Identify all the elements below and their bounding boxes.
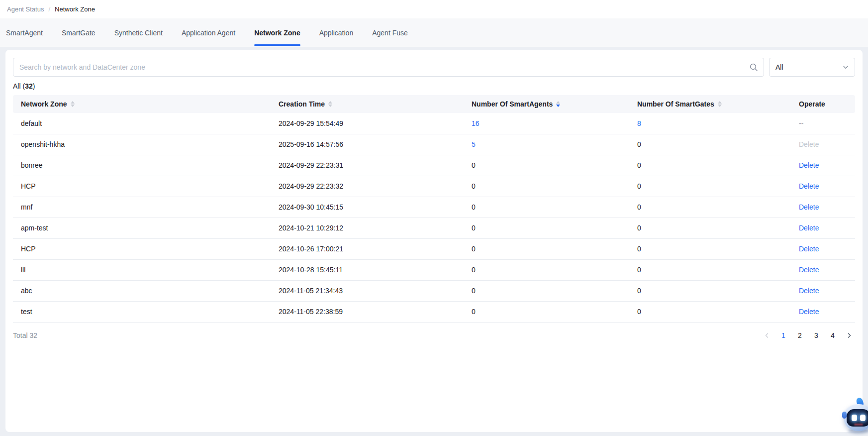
smartagents-count: 0: [472, 224, 476, 232]
creation-time-value: 2024-09-29 15:54:49: [279, 119, 343, 127]
delete-button[interactable]: Delete: [799, 245, 819, 253]
tab-label: Agent Fuse: [372, 29, 408, 37]
sort-desc-caret: [718, 105, 722, 107]
cell-operate: Delete: [791, 134, 855, 155]
table-row: default2024-09-29 15:54:49168--: [13, 113, 855, 134]
sort-desc-caret: [328, 105, 332, 107]
table-row: test2024-11-05 22:38:5900Delete: [13, 301, 855, 322]
cell-creation-time: 2024-11-05 21:34:43: [271, 280, 464, 301]
tab-network-zone[interactable]: Network Zone: [254, 18, 300, 47]
smartgates-count: 0: [637, 140, 641, 148]
column-header-network-zone[interactable]: Network Zone: [13, 95, 271, 113]
breadcrumb-separator: /: [48, 5, 50, 13]
delete-button[interactable]: Delete: [799, 224, 819, 232]
tab-smartgate[interactable]: SmartGate: [62, 18, 96, 47]
delete-button[interactable]: Delete: [799, 308, 819, 316]
column-header-operate: Operate: [791, 95, 855, 113]
summary-filter-all[interactable]: All (32): [13, 82, 35, 90]
cell-creation-time: 2024-10-21 10:29:12: [271, 218, 464, 238]
cell-operate: Delete: [791, 155, 855, 176]
tab-bar: SmartAgentSmartGateSynthetic ClientAppli…: [0, 18, 868, 47]
cell-smartagents: 0: [464, 155, 629, 176]
delete-button[interactable]: Delete: [799, 161, 819, 169]
column-label: Operate: [799, 100, 825, 108]
network-zone-value: bonree: [21, 161, 43, 169]
cell-creation-time: 2024-09-30 10:45:15: [271, 197, 464, 218]
table-row: openshit-hkha2025-09-16 14:57:5650Delete: [13, 134, 855, 155]
delete-button[interactable]: Delete: [799, 266, 819, 274]
page-list: 1234: [777, 329, 839, 341]
cell-smartgates: 0: [629, 197, 791, 218]
sort-icon[interactable]: [328, 101, 332, 107]
cell-network-zone: lll: [13, 259, 271, 280]
sort-icon[interactable]: [718, 101, 722, 107]
smartgates-count[interactable]: 8: [637, 119, 641, 127]
cell-smartgates: 0: [629, 134, 791, 155]
page-button-4[interactable]: 4: [827, 329, 839, 341]
network-zone-value: openshit-hkha: [21, 140, 65, 148]
cell-smartgates: 0: [629, 176, 791, 197]
column-label: Number Of SmartGates: [637, 100, 714, 108]
tab-application[interactable]: Application: [319, 18, 354, 47]
cell-network-zone: HCP: [13, 238, 271, 259]
page-button-3[interactable]: 3: [810, 329, 822, 341]
cell-smartagents: 0: [464, 238, 629, 259]
smartagents-count[interactable]: 16: [472, 119, 480, 127]
sort-icon[interactable]: [71, 101, 75, 107]
delete-button[interactable]: Delete: [799, 203, 819, 211]
summary-suffix: ): [33, 82, 35, 90]
creation-time-value: 2024-10-21 10:29:12: [279, 224, 343, 232]
cell-operate: Delete: [791, 197, 855, 218]
smartagents-count: 0: [472, 308, 476, 316]
sort-desc-caret: [71, 105, 75, 107]
delete-button[interactable]: Delete: [799, 287, 819, 295]
smartgates-count: 0: [637, 266, 641, 274]
smartgates-count: 0: [637, 161, 641, 169]
tab-agent-fuse[interactable]: Agent Fuse: [372, 18, 408, 47]
smartgates-count: 0: [637, 182, 641, 190]
table-row: mnf2024-09-30 10:45:1500Delete: [13, 197, 855, 218]
page-button-2[interactable]: 2: [794, 329, 806, 341]
tab-label: Network Zone: [254, 29, 300, 37]
cell-smartagents: 0: [464, 259, 629, 280]
column-header-number-of-smartgates[interactable]: Number Of SmartGates: [629, 95, 791, 113]
column-header-number-of-smartagents[interactable]: Number Of SmartAgents: [464, 95, 629, 113]
robot-icon: [844, 404, 868, 431]
assistant-robot-button[interactable]: [844, 399, 868, 432]
sort-desc-caret: [556, 105, 560, 107]
creation-time-value: 2024-09-29 22:23:31: [279, 161, 343, 169]
chevron-down-icon: [843, 64, 849, 70]
search-input[interactable]: [13, 58, 764, 77]
delete-button[interactable]: Delete: [799, 182, 819, 190]
cell-operate: Delete: [791, 280, 855, 301]
search-icon[interactable]: [749, 63, 758, 72]
cell-operate: Delete: [791, 176, 855, 197]
tab-synthetic-client[interactable]: Synthetic Client: [114, 18, 163, 47]
network-zone-value: mnf: [21, 203, 32, 211]
tab-label: Application: [319, 29, 354, 37]
smartagents-count[interactable]: 5: [472, 140, 476, 148]
column-header-creation-time[interactable]: Creation Time: [271, 95, 464, 113]
cell-network-zone: apm-test: [13, 218, 271, 238]
filter-dropdown[interactable]: All: [769, 58, 855, 77]
cell-network-zone: default: [13, 113, 271, 134]
cell-smartgates: 0: [629, 238, 791, 259]
cell-smartgates: 0: [629, 301, 791, 322]
cell-creation-time: 2024-09-29 22:23:31: [271, 155, 464, 176]
cell-network-zone: bonree: [13, 155, 271, 176]
cell-network-zone: abc: [13, 280, 271, 301]
table-row: HCP2024-09-29 22:23:3200Delete: [13, 176, 855, 197]
cell-operate: Delete: [791, 301, 855, 322]
sort-icon[interactable]: [556, 101, 560, 107]
next-page-button[interactable]: [843, 329, 855, 341]
cell-network-zone: HCP: [13, 176, 271, 197]
robot-face: [847, 409, 868, 427]
breadcrumb: Agent Status / Network Zone: [0, 0, 868, 18]
breadcrumb-agent-status[interactable]: Agent Status: [7, 5, 44, 13]
page-button-1[interactable]: 1: [777, 329, 789, 341]
network-zone-value: HCP: [21, 182, 36, 190]
tab-smartagent[interactable]: SmartAgent: [6, 18, 43, 47]
cell-smartagents: 0: [464, 176, 629, 197]
tab-application-agent[interactable]: Application Agent: [182, 18, 235, 47]
cell-creation-time: 2024-10-26 17:00:21: [271, 238, 464, 259]
